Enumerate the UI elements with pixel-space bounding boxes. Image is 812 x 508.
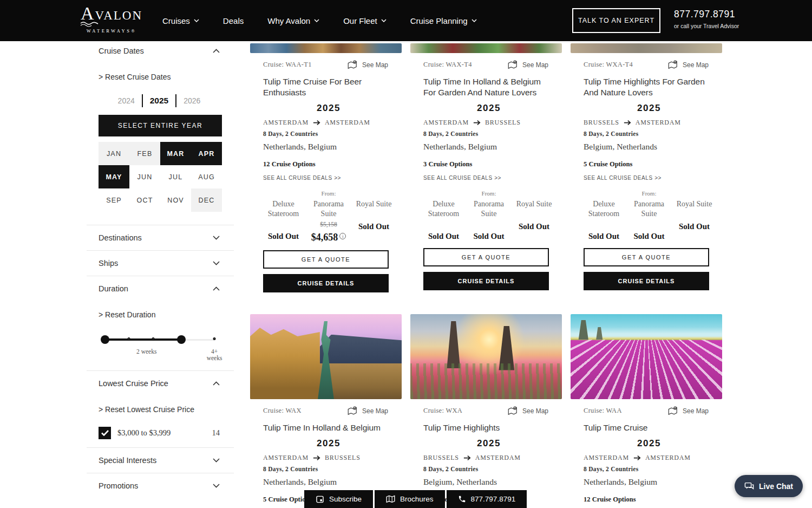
year-tab[interactable]: 2024 [111,94,143,107]
cruise-card-image[interactable] [410,43,562,53]
cruise-details-button[interactable]: CRUISE DETAILS [263,274,389,292]
month-button[interactable]: SEP [99,188,129,212]
avalon-logo[interactable]: AVALON WATERWAYS® [80,5,143,34]
see-all-deals-link[interactable]: SEE ALL CRUISE DEALS >> [423,175,554,181]
map-icon [348,406,358,415]
see-map-link[interactable]: See Map [668,406,709,415]
brochure-icon [386,495,395,503]
cruise-card-image[interactable] [250,43,402,53]
duration-slider-handle-max[interactable] [177,335,186,344]
special-interests-header[interactable]: Special Interests [99,456,220,465]
subscribe-button[interactable]: Subscribe [304,490,373,508]
nav-item[interactable]: Deals [223,16,244,25]
cruise-options-count: 12 Cruise Options [263,160,394,168]
brochures-button[interactable]: Brochures [375,490,445,508]
talk-to-expert-button[interactable]: TALK TO AN EXPERT [572,8,660,33]
price-value: Sold Out [423,232,464,241]
nav-item-label: Deals [223,16,244,25]
price-checkbox-checked[interactable] [99,427,111,439]
see-map-link[interactable]: See Map [348,406,388,415]
filter-section-lowest-price: Lowest Cruise Price > Reset Lowest Cruis… [87,371,234,448]
filter-section-duration: Duration > Reset Duration 2 weeks 4+ wee… [87,276,234,371]
cruise-title[interactable]: Tulip Time Cruise [584,422,715,433]
cruise-card-image[interactable] [571,314,722,399]
see-all-deals-link[interactable]: SEE ALL CRUISE DEALS >> [263,175,394,181]
select-entire-year-button[interactable]: SELECT ENTIRE YEAR [99,115,222,136]
month-button[interactable]: DEC [191,188,222,212]
nav-item[interactable]: Our Fleet [343,16,387,25]
cruise-countries: Belgium, Netherlands [584,142,715,152]
promotions-header[interactable]: Promotions [99,481,220,490]
price-filter-option[interactable]: $3,000 to $3,999 14 [99,427,220,439]
cruise-details-button[interactable]: CRUISE DETAILS [423,272,549,290]
year-tab[interactable]: 2025 [143,94,176,107]
cruise-title[interactable]: Tulip Time Highlights [423,422,554,433]
cruise-dates-header[interactable]: Cruise Dates [99,47,220,55]
old-price [353,211,394,222]
price-column: Royal Suite Sold Out [674,199,715,241]
duration-header[interactable]: Duration [99,284,220,293]
reset-cruise-dates-link[interactable]: > Reset Cruise Dates [99,73,220,81]
nav-item[interactable]: Why Avalon [267,16,319,25]
header-phone-number[interactable]: 877.797.8791 [674,9,739,20]
cruise-title[interactable]: Tulip Time In Holland & Belgium [263,422,394,433]
info-icon[interactable]: i [339,233,346,239]
nav-item[interactable]: Cruises [162,16,199,25]
month-button[interactable]: JAN [99,142,129,165]
cruise-card: Cruise: WAA-T1 See Map Tulip Time Cruise… [250,43,402,292]
filter-section-special-interests: Special Interests [87,448,234,473]
destinations-header[interactable]: Destinations [99,233,220,242]
cruise-card-image[interactable] [250,314,402,399]
see-map-label: See Map [683,61,709,69]
month-button[interactable]: NOV [160,188,191,212]
cruise-details-button[interactable]: CRUISE DETAILS [584,272,709,290]
cruise-year: 2025 [263,438,394,449]
month-button[interactable]: APR [191,142,222,165]
see-all-deals-link[interactable]: SEE ALL CRUISE DEALS >> [584,175,715,181]
price-value: Sold Out [353,222,394,231]
cruise-code: Cruise: WXA [423,407,462,415]
old-price: $5,158 [306,221,351,232]
chevron-up-icon [213,381,220,386]
see-map-link[interactable]: See Map [508,406,548,415]
month-button[interactable]: MAR [160,142,191,165]
cabin-type-label: Deluxe Stateroom [584,199,624,219]
route-to: AMSTERDAM [636,119,681,127]
month-button[interactable]: FEB [129,142,160,165]
duration-slider-handle-min[interactable] [101,335,109,344]
month-button[interactable]: JUL [160,165,191,188]
lowest-price-header[interactable]: Lowest Cruise Price [99,379,220,388]
bottom-dock: Subscribe Brochures 877.797.8791 [304,490,527,508]
month-button[interactable]: OCT [129,188,160,212]
cruise-title[interactable]: Tulip Time Highlights For Garden And Nat… [584,76,715,98]
see-map-link[interactable]: See Map [508,60,548,69]
cruise-card-image[interactable] [410,314,562,399]
get-quote-button[interactable]: GET A QUOTE [263,250,389,269]
cruise-route: BRUSSELS AMSTERDAM [584,119,715,127]
dock-phone-button[interactable]: 877.797.8791 [447,490,527,508]
slider-step-dot [128,337,130,340]
cruise-duration: 8 Days, 2 Countries [263,466,394,472]
cruise-title[interactable]: Tulip Time Cruise For Beer Enthusiasts [263,76,394,98]
route-to: BRUSSELS [325,454,361,462]
year-tab[interactable]: 2026 [176,94,207,107]
cruise-card-image[interactable] [571,43,722,53]
month-button[interactable]: MAY [99,165,129,188]
month-button[interactable]: JUN [129,165,160,188]
ships-header[interactable]: Ships [99,259,220,268]
get-quote-button[interactable]: GET A QUOTE [423,248,549,266]
get-quote-button[interactable]: GET A QUOTE [584,248,709,266]
map-icon [348,60,358,69]
cruise-title[interactable]: Tulip Time In Holland & Belgium For Gard… [423,76,554,98]
reset-lowest-price-link[interactable]: > Reset Lowest Cruise Price [99,405,220,414]
month-button[interactable]: AUG [191,165,222,188]
live-chat-button[interactable]: Live Chat [735,475,803,497]
see-map-link[interactable]: See Map [668,60,709,69]
old-price [466,221,512,232]
route-from: AMSTERDAM [423,119,469,127]
cruise-card: Cruise: WAX-T4 See Map Tulip Time In Hol… [410,43,562,292]
nav-item[interactable]: Cruise Planning [410,16,477,25]
cruise-route: AMSTERDAM BRUSSELS [263,454,394,462]
reset-duration-link[interactable]: > Reset Duration [99,310,220,319]
see-map-link[interactable]: See Map [348,60,388,69]
